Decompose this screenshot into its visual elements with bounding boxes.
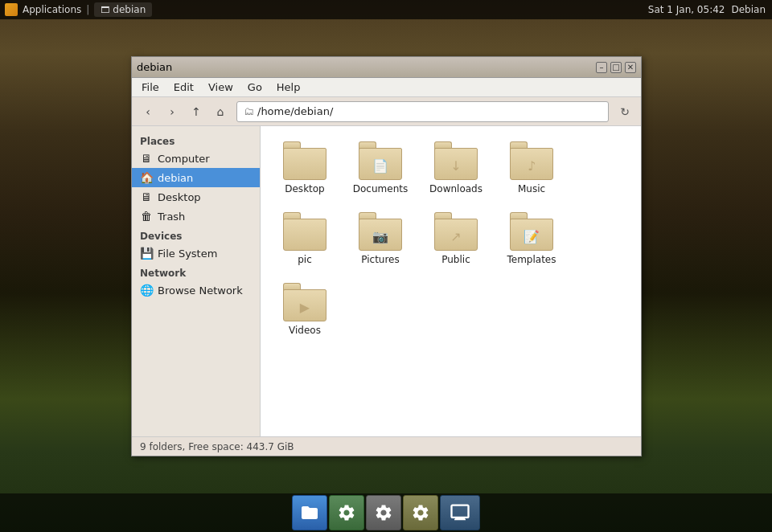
forward-button[interactable]: ›	[161, 100, 183, 123]
sidebar-item-trash-label: Trash	[158, 211, 185, 223]
devices-header: Devices	[132, 226, 260, 243]
folder-overlay-icon: 📷	[372, 229, 388, 244]
location-path: /home/debian/	[257, 105, 333, 117]
window-taskbar-label: debian	[113, 4, 146, 15]
sidebar-item-computer-label: Computer	[158, 153, 210, 165]
file-manager-window: debian – □ ✕ File Edit View Go Help ‹ › …	[131, 56, 642, 456]
file-item-videos[interactable]: ▶Videos	[269, 276, 341, 343]
file-name: pic	[298, 254, 312, 265]
file-item-desktop[interactable]: Desktop	[269, 134, 341, 202]
file-name: Templates	[507, 254, 556, 265]
desktop-icon: 🖥	[140, 190, 153, 203]
home-button[interactable]: ⌂	[209, 100, 232, 123]
filesystem-icon: 💾	[140, 247, 153, 260]
places-header: Places	[132, 131, 260, 149]
window-title: debian	[137, 61, 172, 73]
back-button[interactable]: ‹	[137, 100, 159, 123]
window-controls: – □ ✕	[596, 62, 636, 73]
sidebar-item-computer[interactable]: 🖥 Computer	[132, 149, 260, 168]
file-item-pictures[interactable]: 📷Pictures	[344, 205, 417, 272]
file-item-public[interactable]: ↗Public	[420, 205, 492, 272]
apps-icon	[5, 3, 18, 16]
menu-file[interactable]: File	[135, 80, 166, 95]
sidebar-item-desktop[interactable]: 🖥 Desktop	[132, 187, 260, 207]
taskbar-bottom	[0, 493, 772, 532]
sidebar: Places 🖥 Computer 🏠 debian 🖥 Desktop 🗑 T…	[132, 126, 261, 436]
folder-overlay-icon: ♪	[528, 158, 536, 174]
folder-overlay-icon: ▶	[300, 300, 310, 315]
menu-view[interactable]: View	[202, 80, 240, 95]
file-grid: Desktop📄Documents↓Downloads♪Musicpic📷Pic…	[261, 126, 641, 436]
file-item-downloads[interactable]: ↓Downloads	[420, 134, 492, 202]
file-item-music[interactable]: ♪Music	[495, 134, 568, 202]
up-button[interactable]: ↑	[185, 100, 207, 123]
toolbar: ‹ › ↑ ⌂ 🗂 /home/debian/ ↻	[132, 97, 641, 126]
status-bar: 9 folders, Free space: 443.7 GiB	[132, 436, 641, 456]
file-name: Pictures	[361, 254, 400, 265]
file-item-templates[interactable]: 📝Templates	[495, 205, 568, 272]
folder-overlay-icon: 📄	[372, 158, 388, 174]
applications-button[interactable]: Applications	[23, 4, 81, 15]
network-icon: 🌐	[140, 284, 153, 297]
sidebar-item-debian-label: debian	[158, 172, 193, 184]
sidebar-item-browse-network[interactable]: 🌐 Browse Network	[132, 280, 260, 300]
taskbar-gear3-button[interactable]	[403, 495, 438, 530]
file-item-pic[interactable]: pic	[269, 205, 341, 272]
sidebar-item-filesystem-label: File System	[158, 248, 217, 260]
file-name: Documents	[353, 183, 408, 194]
home-icon: 🏠	[140, 171, 153, 184]
sidebar-item-debian[interactable]: 🏠 debian	[132, 168, 260, 187]
folder-overlay-icon: 📝	[524, 229, 540, 244]
file-name: Public	[441, 254, 470, 265]
menu-help[interactable]: Help	[270, 80, 307, 95]
file-name: Music	[518, 183, 545, 194]
content-area: Places 🖥 Computer 🏠 debian 🖥 Desktop 🗑 T…	[132, 126, 641, 436]
sidebar-item-trash[interactable]: 🗑 Trash	[132, 207, 260, 226]
taskbar-monitor-button[interactable]	[440, 495, 480, 530]
folder-overlay-icon: ↓	[450, 158, 461, 174]
menubar: File Edit View Go Help	[132, 78, 641, 97]
sidebar-item-desktop-label: Desktop	[158, 191, 201, 203]
minimize-button[interactable]: –	[596, 62, 607, 73]
computer-icon: 🖥	[140, 152, 153, 165]
menu-go[interactable]: Go	[241, 80, 269, 95]
file-name: Videos	[289, 325, 321, 336]
sidebar-item-browse-network-label: Browse Network	[158, 284, 243, 297]
location-bar[interactable]: 🗂 /home/debian/	[236, 101, 609, 122]
window-titlebar: debian – □ ✕	[132, 57, 641, 78]
refresh-button[interactable]: ↻	[614, 100, 636, 123]
network-header: Network	[132, 263, 260, 280]
status-text: 9 folders, Free space: 443.7 GiB	[140, 441, 294, 452]
sidebar-item-filesystem[interactable]: 💾 File System	[132, 243, 260, 263]
taskbar-files-button[interactable]	[292, 495, 327, 530]
maximize-button[interactable]: □	[610, 62, 622, 73]
location-bar-icon: 🗂	[244, 105, 254, 117]
taskbar-top: Applications | 🗖 debian Sat 1 Jan, 05:42…	[0, 0, 772, 19]
taskbar-gear2-button[interactable]	[366, 495, 401, 530]
folder-overlay-icon: ↗	[450, 229, 461, 244]
menu-edit[interactable]: Edit	[167, 80, 200, 95]
taskbar-gear1-button[interactable]	[329, 495, 364, 530]
file-name: Downloads	[429, 183, 482, 194]
taskbar-distro: Debian	[731, 4, 766, 15]
file-name: Desktop	[285, 183, 325, 194]
window-taskbar-item[interactable]: 🗖 debian	[94, 2, 152, 17]
taskbar-datetime: Sat 1 Jan, 05:42	[648, 4, 725, 15]
close-button[interactable]: ✕	[625, 62, 636, 73]
file-item-documents[interactable]: 📄Documents	[344, 134, 417, 202]
trash-icon: 🗑	[140, 210, 153, 223]
